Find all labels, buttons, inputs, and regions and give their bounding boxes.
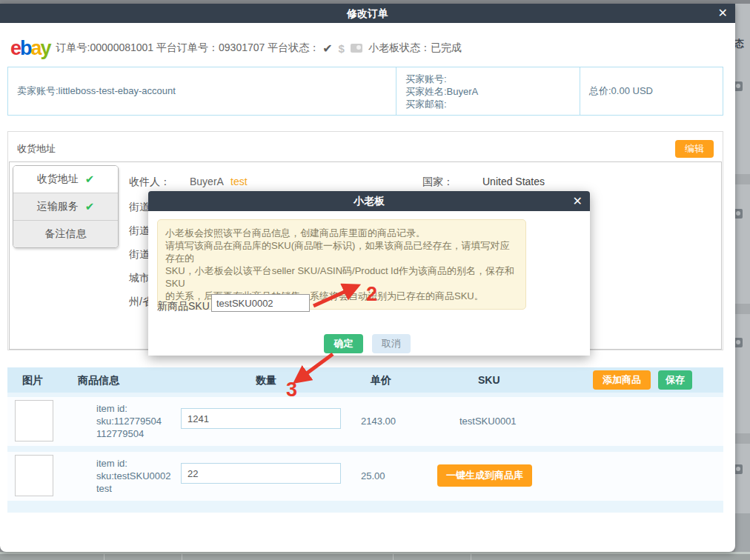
recipient-value: BuyerA <box>190 176 224 187</box>
edit-order-modal-header: 修改订单 ✕ <box>0 4 735 23</box>
quantity-input[interactable] <box>181 463 341 484</box>
col-unit-price: 单价 <box>371 374 391 387</box>
unit-price: 2143.00 <box>361 416 396 427</box>
boss-status-text: 小老板状态：已完成 <box>368 41 462 55</box>
buyer-name: 买家姓名:BuyerA <box>405 85 571 98</box>
order-numbers-text: 订单号:00000081001 平台订单号：09301707 平台状态： <box>56 41 320 55</box>
edit-order-modal-title: 修改订单 <box>0 7 735 21</box>
save-button[interactable]: 保存 <box>658 370 692 390</box>
generate-to-product-library-button[interactable]: 一键生成到商品库 <box>437 464 532 487</box>
item-id-line: item id: <box>96 457 170 470</box>
platform-status-check-icon: ✔ <box>322 41 332 56</box>
col-sku: SKU <box>478 374 500 386</box>
boss-modal-header: 小老板 ✕ <box>148 191 590 211</box>
quantity-input[interactable] <box>181 408 341 429</box>
camera-icon <box>735 209 743 219</box>
items-table-header: 图片 商品信息 数量 单价 SKU 添加商品 保存 <box>7 367 723 393</box>
boss-sku-modal: 小老板 ✕ 小老板会按照该平台商品信息，创建商品库里面的商品记录。 请填写该商品… <box>148 191 590 356</box>
notice-line: 请填写该商品在商品库的SKU(商品唯一标识)，如果该商品已经存在，请填写对应存在… <box>165 239 518 264</box>
camera-icon <box>351 44 362 53</box>
col-quantity: 数量 <box>256 374 276 387</box>
edit-address-button[interactable]: 编辑 <box>675 140 714 158</box>
ebay-logo: ebay <box>10 39 50 58</box>
payment-dollar-icon: $ <box>339 42 345 55</box>
ebay-logo-letter: a <box>31 37 41 59</box>
ebay-logo-letter: y <box>41 37 50 59</box>
tab-remark-info[interactable]: 备注信息 <box>13 221 118 247</box>
new-sku-input[interactable] <box>211 294 310 312</box>
add-product-button[interactable]: 添加商品 <box>593 370 651 390</box>
item-sku-value: testSKU0001 <box>459 416 517 427</box>
item-row: item id: sku:testSKU0002 test 25.00 一键生成… <box>7 452 723 501</box>
unit-price: 25.00 <box>361 470 385 481</box>
address-tab-group: 收货地址 ✔ 运输服务 ✔ 备注信息 <box>13 165 119 248</box>
item-info: item id: sku:112779504 112779504 <box>96 402 162 440</box>
screen: 状态 修改订单 ✕ ebay 订单号:00000081001 平台订单号：093… <box>0 0 750 560</box>
buyer-account: 买家账号: <box>405 73 571 85</box>
notice-line: 小老板会按照该平台商品信息，创建商品库里面的商品记录。 <box>165 227 518 239</box>
ebay-logo-letter: b <box>20 37 31 59</box>
tab-label: 收货地址 <box>37 173 79 186</box>
country-value: United States <box>482 176 545 187</box>
background-page-right-edge: 状态 <box>735 4 750 560</box>
order-summary-box: 卖家账号:littleboss-test-ebay-account 买家账号: … <box>7 67 723 116</box>
close-icon[interactable]: ✕ <box>573 194 583 209</box>
tab-label: 备注信息 <box>45 227 87 241</box>
background-row-band <box>735 174 750 184</box>
item-sku-line: sku:112779504 <box>96 415 162 427</box>
check-icon: ✔ <box>85 173 95 186</box>
confirm-button[interactable]: 确定 <box>324 334 363 353</box>
total-price: 总价:0.00 USD <box>589 84 714 98</box>
notice-line: SKU，小老板会以该平台seller SKU/ASIN码/Product Id作… <box>165 264 518 290</box>
camera-icon <box>735 81 743 91</box>
buyer-email: 买家邮箱: <box>405 98 571 110</box>
total-price-cell: 总价:0.00 USD <box>580 67 723 115</box>
tab-shipping-address[interactable]: 收货地址 ✔ <box>13 166 118 193</box>
check-icon: ✔ <box>85 200 95 213</box>
item-info: item id: sku:testSKU0002 test <box>96 457 170 495</box>
item-row: item id: sku:112779504 112779504 2143.00… <box>7 397 723 446</box>
item-image-placeholder <box>15 455 53 496</box>
col-image: 图片 <box>22 374 43 387</box>
seller-account: 卖家账号:littleboss-test-ebay-account <box>17 84 387 98</box>
recipient-label: 收件人： <box>129 176 170 189</box>
camera-icon <box>735 338 743 347</box>
background-page-bottom-edge <box>0 552 750 560</box>
ebay-logo-letter: e <box>10 37 20 59</box>
item-alias-line: test <box>96 482 170 495</box>
order-items-table: 图片 商品信息 数量 单价 SKU 添加商品 保存 item id: sku:1… <box>7 367 723 513</box>
country-label: 国家： <box>422 176 454 189</box>
tab-label: 运输服务 <box>37 200 79 213</box>
tab-shipping-service[interactable]: 运输服务 ✔ <box>13 193 118 221</box>
item-sku-line: sku:testSKU0002 <box>96 470 170 482</box>
col-product-info: 商品信息 <box>78 374 119 387</box>
background-row-band <box>735 513 750 553</box>
close-icon[interactable]: ✕ <box>718 6 728 21</box>
background-row-band <box>735 304 750 314</box>
item-alias-line: 112779504 <box>96 427 162 440</box>
boss-modal-title: 小老板 <box>148 195 590 208</box>
buyer-info-cell: 买家账号: 买家姓名:BuyerA 买家邮箱: <box>396 67 580 115</box>
seller-account-cell: 卖家账号:littleboss-test-ebay-account <box>8 67 396 115</box>
cancel-button[interactable]: 取消 <box>372 334 411 353</box>
background-status-column-label: 状态 <box>735 37 744 50</box>
item-image-placeholder <box>15 400 53 441</box>
order-info-bar: ebay 订单号:00000081001 平台订单号：09301707 平台状态… <box>10 37 462 59</box>
item-id-line: item id: <box>96 402 162 415</box>
background-row-band <box>735 433 750 444</box>
recipient-tag: test <box>230 176 248 187</box>
camera-icon <box>735 464 743 474</box>
shipping-address-section-title: 收货地址 <box>17 142 56 156</box>
